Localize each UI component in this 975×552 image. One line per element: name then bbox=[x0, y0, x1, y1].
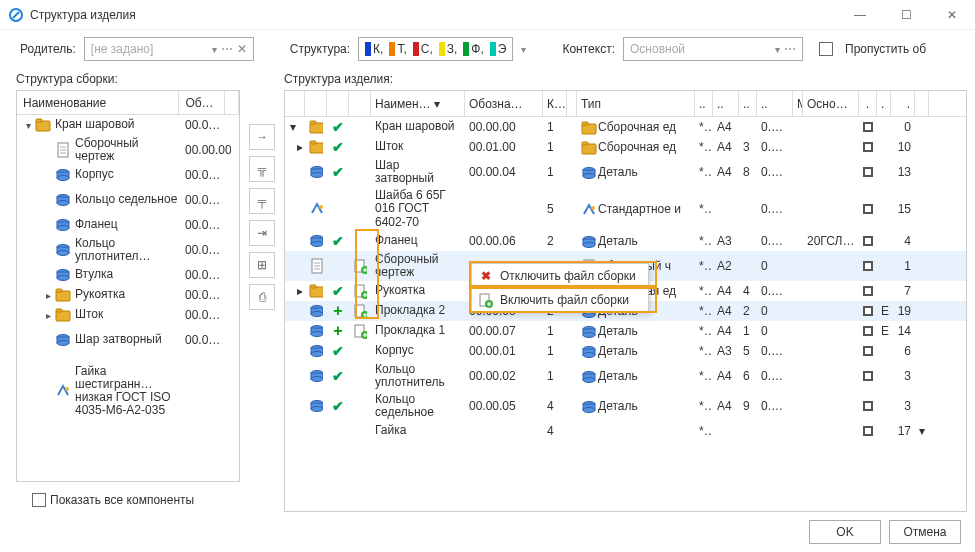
grid-header-9[interactable]: .. bbox=[695, 91, 713, 116]
assembly-tree: Наименование Об… ▾Кран шаровой00.0…Сборо… bbox=[16, 90, 240, 482]
grid-header-15[interactable]: . bbox=[859, 91, 877, 116]
ctx-disable-assembly-file[interactable]: ✖ Отключить файл сборки bbox=[472, 264, 648, 288]
grid-header-3[interactable] bbox=[349, 91, 371, 116]
tree-row[interactable]: Корпус00.0… bbox=[17, 165, 239, 185]
context-combo[interactable]: Основной ▾ ⋯ bbox=[623, 37, 803, 61]
structure-chip[interactable]: К, bbox=[363, 42, 385, 56]
svg-rect-25 bbox=[56, 309, 62, 312]
context-label: Контекст: bbox=[562, 42, 615, 56]
svg-point-44 bbox=[319, 205, 323, 209]
grid-header-17[interactable]: . bbox=[891, 91, 915, 116]
context-value: Основной bbox=[630, 42, 685, 56]
structure-chip[interactable]: Э bbox=[488, 42, 509, 56]
svg-point-9 bbox=[57, 176, 69, 181]
tree-header-name[interactable]: Наименование bbox=[17, 91, 179, 114]
grid-header-14[interactable]: Осно… bbox=[803, 91, 859, 116]
grid-header-12[interactable]: .. bbox=[757, 91, 793, 116]
skip-checkbox[interactable] bbox=[819, 42, 833, 56]
tree-row[interactable]: Кольцо уплотнител…00.0… bbox=[17, 235, 239, 265]
ellipsis-icon[interactable]: ⋯ bbox=[784, 42, 796, 56]
grid-header-7[interactable] bbox=[567, 91, 577, 116]
mid-button-0[interactable]: → bbox=[249, 124, 275, 150]
grid-row[interactable]: ✔Корпус00.00.011Деталь*…A350.…6 bbox=[285, 341, 966, 361]
tree-row[interactable]: Шар затворный00.0… bbox=[17, 325, 239, 355]
svg-point-95 bbox=[583, 378, 595, 383]
grid-header-1[interactable] bbox=[305, 91, 327, 116]
svg-rect-31 bbox=[310, 121, 316, 124]
grid-header-5[interactable]: Обозна… bbox=[465, 91, 543, 116]
svg-point-40 bbox=[311, 173, 323, 178]
window-titlebar: Структура изделия — ☐ ✕ bbox=[0, 0, 975, 30]
grid-header-6[interactable]: К… bbox=[543, 91, 567, 116]
grid-row[interactable]: ▸✔Шток00.01.001Сборочная ед*…A430.…10 bbox=[285, 137, 966, 157]
grid-row[interactable]: ✔Фланец00.00.062Деталь*…A30.…20ГСЛ…4 bbox=[285, 231, 966, 251]
grid-header-10[interactable]: .. bbox=[713, 91, 739, 116]
mid-button-2[interactable]: ╤ bbox=[249, 188, 275, 214]
close-button[interactable]: ✕ bbox=[929, 0, 975, 30]
cancel-button[interactable]: Отмена bbox=[889, 520, 961, 544]
svg-point-101 bbox=[583, 408, 595, 413]
ellipsis-icon[interactable]: ⋯ bbox=[221, 42, 233, 56]
mid-button-5[interactable]: ⎙ bbox=[249, 284, 275, 310]
structure-chip[interactable]: С, bbox=[411, 42, 435, 56]
product-grid: Наимен… ▾Обозна…К…Тип........М..Осно…...… bbox=[284, 90, 967, 512]
chevron-down-icon[interactable]: ▾ bbox=[521, 44, 526, 55]
tree-row[interactable]: ▸Шток00.0… bbox=[17, 305, 239, 325]
parent-combo[interactable]: [не задано] ▾ ⋯ ✕ bbox=[84, 37, 254, 61]
tree-row[interactable]: Фланец00.0… bbox=[17, 215, 239, 235]
structure-chip[interactable]: Ф, bbox=[461, 42, 485, 56]
mid-button-4[interactable]: ⊞ bbox=[249, 252, 275, 278]
grid-row[interactable]: Шайба 6 65Г 016 ГОСТ 6402-705Стандартное… bbox=[285, 187, 966, 231]
tree-header-code[interactable]: Об… bbox=[179, 91, 225, 114]
grid-row[interactable]: ✔Кольцо седельное00.00.054Деталь*…A490.…… bbox=[285, 391, 966, 421]
ctx-enable-assembly-file[interactable]: Включить файл сборки bbox=[472, 288, 648, 312]
grid-row[interactable]: ✔Шар затворный00.00.041Деталь*…A480.…13 bbox=[285, 157, 966, 187]
grid-row[interactable]: +Прокладка 100.00.071Деталь*…A410Е14 bbox=[285, 321, 966, 341]
show-all-label: Показать все компоненты bbox=[50, 493, 194, 507]
grid-header-13[interactable]: М.. bbox=[793, 91, 803, 116]
tree-row[interactable]: Сборочный чертеж00.00.00 СБ bbox=[17, 135, 239, 165]
svg-point-51 bbox=[583, 243, 595, 248]
svg-rect-23 bbox=[56, 289, 62, 292]
ok-button[interactable]: OK bbox=[809, 520, 881, 544]
mid-button-3[interactable]: ⇥ bbox=[249, 220, 275, 246]
clear-icon[interactable]: ✕ bbox=[237, 42, 247, 56]
grid-header-4[interactable]: Наимен… ▾ bbox=[371, 91, 465, 116]
mid-button-1[interactable]: ╦ bbox=[249, 156, 275, 182]
parent-label: Родитель: bbox=[20, 42, 76, 56]
structure-chip[interactable]: З, bbox=[437, 42, 460, 56]
svg-rect-63 bbox=[310, 285, 316, 288]
svg-point-48 bbox=[311, 242, 323, 247]
svg-point-70 bbox=[311, 312, 323, 317]
svg-point-98 bbox=[311, 407, 323, 412]
maximize-button[interactable]: ☐ bbox=[883, 0, 929, 30]
minimize-button[interactable]: — bbox=[837, 0, 883, 30]
tree-row[interactable]: ▸Рукоятка00.0… bbox=[17, 285, 239, 305]
svg-point-45 bbox=[591, 206, 595, 210]
svg-rect-35 bbox=[310, 141, 316, 144]
show-all-checkbox[interactable] bbox=[32, 493, 46, 507]
tree-row[interactable]: ▾Кран шаровой00.0… bbox=[17, 115, 239, 135]
grid-header-2[interactable] bbox=[327, 91, 349, 116]
structure-chips[interactable]: К,Т,С,З,Ф,Э bbox=[358, 37, 513, 61]
part-icon bbox=[55, 192, 71, 208]
context-menu: ✖ Отключить файл сборки Включить файл сб… bbox=[471, 263, 649, 313]
grid-row[interactable]: ✔Кольцо уплотнитель00.00.021Деталь*…A460… bbox=[285, 361, 966, 391]
svg-point-92 bbox=[311, 377, 323, 382]
grid-header-11[interactable]: .. bbox=[739, 91, 757, 116]
grid-header-16[interactable]: . bbox=[877, 91, 891, 116]
parent-placeholder: [не задано] bbox=[91, 42, 153, 56]
grid-header-8[interactable]: Тип bbox=[577, 91, 695, 116]
grid-header-0[interactable] bbox=[285, 91, 305, 116]
grid-header-18[interactable] bbox=[915, 91, 929, 116]
svg-point-43 bbox=[583, 174, 595, 179]
tree-row[interactable]: Втулка00.0… bbox=[17, 265, 239, 285]
assembly-icon bbox=[55, 287, 71, 303]
structure-chip[interactable]: Т, bbox=[387, 42, 408, 56]
tree-row[interactable]: Гайка шестигранн… низкая ГОСТ ISO 4035-M… bbox=[17, 355, 239, 427]
grid-row[interactable]: Гайка4*…17▾ bbox=[285, 421, 966, 441]
mid-toolbar: →╦╤⇥⊞⎙ bbox=[240, 68, 284, 512]
tree-row[interactable]: Кольцо седельное00.0… bbox=[17, 185, 239, 215]
grid-row[interactable]: ▾✔Кран шаровой00.00.001Сборочная ед*…A40… bbox=[285, 117, 966, 137]
svg-point-78 bbox=[311, 332, 323, 337]
